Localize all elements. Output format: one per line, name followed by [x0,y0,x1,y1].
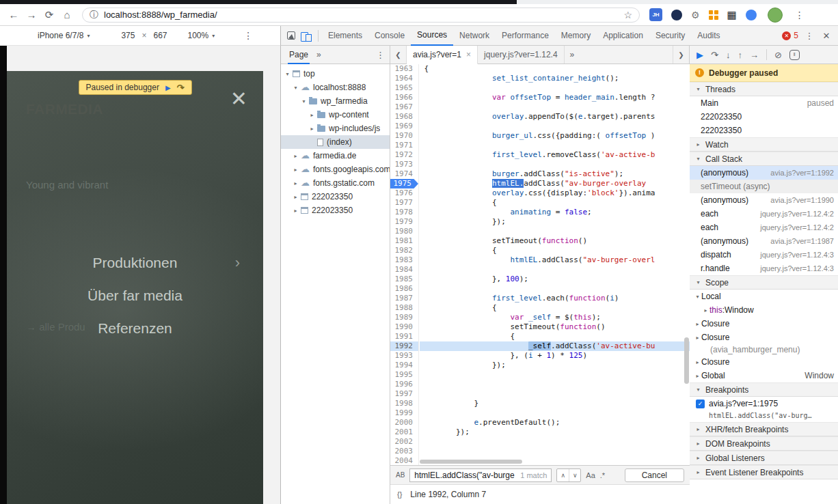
pause-on-exceptions-button[interactable]: ‖ [789,50,800,60]
code-line[interactable] [420,284,690,294]
tab-performance[interactable]: Performance [496,26,555,46]
expander-icon[interactable]: ▸ [702,307,709,313]
resume-button[interactable]: ▶ [697,50,703,60]
step-out-button[interactable]: ↑ [738,50,742,60]
navigator-menu-icon[interactable]: ⋮ [376,50,385,60]
tree-item[interactable]: ▾wp_farmedia [281,94,390,108]
section-header-dom-breakpoints[interactable]: ▸DOM Breakpoints [690,436,838,451]
stack-frame[interactable]: dispatchjquery.js?ver=1.12.4:3 [690,248,838,262]
tab-console[interactable]: Console [368,26,411,46]
code-line[interactable]: burger.addClass("is-active"); [420,169,690,179]
section-header-xhr-fetch-breakpoints[interactable]: ▸XHR/fetch Breakpoints [690,422,838,436]
tab-security[interactable]: Security [649,26,691,46]
scope-item[interactable]: ▸GlobalWindow [690,369,838,382]
step-into-button[interactable]: ↓ [726,50,731,60]
tree-item[interactable]: ▸☁farmedia.de [281,149,390,163]
line-number[interactable]: 1985 [390,275,418,284]
cancel-button[interactable]: Cancel [625,468,684,482]
device-toolbar-menu-icon[interactable]: ⋮ [243,30,253,41]
site-menu-item[interactable]: Produktionen› [7,253,263,273]
site-info-icon[interactable]: ⓘ [90,9,98,21]
expander-icon[interactable]: ▸ [292,153,299,159]
code-line[interactable] [420,447,690,456]
inspect-element-icon[interactable] [286,31,296,40]
line-number[interactable]: 2001 [390,428,418,437]
scope-item[interactable]: ▸this: Window [690,303,838,317]
forward-button[interactable]: → [23,9,40,20]
line-number[interactable]: 1978 [390,208,418,217]
extension-dark-circle-icon[interactable] [671,10,682,20]
stack-frame[interactable]: (anonymous)avia.js?ver=1:1990 [690,193,838,207]
expander-icon[interactable]: ▸ [292,208,299,214]
device-height-input[interactable]: 667 [153,31,167,40]
breakpoint-snippet[interactable]: htmlEL.addClass("av-burg… [690,410,838,422]
line-number[interactable]: 1971 [390,141,418,150]
section-header-call-stack[interactable]: ▾ Call Stack [690,152,838,166]
editor-tab[interactable]: jquery.js?ver=1.12.4 [478,46,565,64]
code-line[interactable]: overlay.css({display:'block'}).anima [420,188,690,198]
navigator-toggle-icon[interactable]: ❮ [390,46,407,64]
code-line[interactable]: { [420,332,690,341]
site-logo[interactable]: FARMEDIA [26,101,103,117]
site-menu-item[interactable]: Über far media [7,285,263,306]
code-line[interactable] [420,437,690,447]
deactivate-breakpoints-button[interactable]: ⊘ [774,50,782,60]
expander-icon[interactable]: ▸ [308,112,316,118]
code-line[interactable] [420,227,690,236]
code-line[interactable] [420,265,690,275]
section-header-breakpoints[interactable]: ▾ Breakpoints [690,382,838,397]
pretty-print-icon[interactable]: {} [397,490,402,499]
code-line[interactable]: }, (i + 1) * 125) [420,351,690,361]
more-editor-tabs-icon[interactable]: » [570,50,575,59]
code-line[interactable]: { [420,303,690,313]
code-line[interactable]: }); [420,428,690,437]
scope-item[interactable]: ▸Closure [690,355,838,369]
profile-avatar[interactable] [768,8,783,23]
tab-sources[interactable]: Sources [411,26,453,46]
regex-toggle[interactable]: .* [600,471,605,479]
line-number[interactable]: 1964 [390,74,418,83]
extension-blue-circle-icon[interactable] [746,10,757,20]
stack-frame[interactable]: eachjquery.js?ver=1.12.4:2 [690,221,838,234]
line-number[interactable]: 1995 [390,370,418,380]
devtools-close-icon[interactable]: ✕ [820,31,833,41]
line-number[interactable]: 1980 [390,227,418,236]
line-number[interactable]: 1970 [390,131,418,141]
expander-icon[interactable]: ▾ [292,85,299,91]
breakpoint-checkbox[interactable]: ✓ [696,400,705,408]
stack-frame[interactable]: (anonymous)avia.js?ver=1:1992 [690,166,838,180]
code-line[interactable]: set_list_container_height(); [420,74,690,83]
code-line[interactable]: htmlEL.addClass("av-burger-overl [420,255,690,265]
next-match-button[interactable]: ∨ [569,469,580,481]
code-line[interactable] [420,141,690,150]
code-line[interactable]: { [420,246,690,255]
code-line[interactable]: overlay.appendTo($(e.target).parents [420,112,690,122]
code-line[interactable]: _self.addClass('av-active-bu [420,341,690,351]
code-line[interactable]: htmlEL.addClass("av-burger-overlay [420,179,690,188]
breakpoint-item[interactable]: ✓avia.js?ver=1:1975 [690,397,838,410]
step-over-button[interactable]: ↷ [711,50,718,60]
vertical-scrollbar[interactable] [684,337,689,384]
line-number[interactable]: 1983 [390,255,418,265]
horizontal-scrollbar[interactable] [420,460,522,464]
code-line[interactable]: }); [420,361,690,370]
code-line[interactable] [420,102,690,112]
line-number[interactable]: 1988 [390,303,418,313]
code-line[interactable] [420,370,690,380]
line-number[interactable]: 1966 [390,93,418,102]
tree-item[interactable]: ▸wp-content [281,108,390,122]
line-number[interactable]: 2000 [390,418,418,428]
back-button[interactable]: ← [5,9,22,20]
expander-icon[interactable]: ▸ [694,321,701,327]
code-line[interactable]: var _self = $(this); [420,313,690,322]
expander-icon[interactable]: ▸ [694,335,701,341]
stack-frame[interactable]: r.handlejquery.js?ver=1.12.4:3 [690,262,838,275]
tab-elements[interactable]: Elements [322,26,368,46]
line-number[interactable]: 1974 [390,169,418,179]
devtools-menu-icon[interactable]: ⋮ [803,31,815,41]
line-number[interactable]: 1991 [390,332,418,341]
tree-item[interactable]: ▾☁localhost:8888 [281,81,390,94]
tree-item[interactable]: ▸222023350 [281,190,390,204]
stack-frame[interactable]: eachjquery.js?ver=1.12.4:2 [690,207,838,221]
line-number[interactable]: 1968 [390,112,418,122]
